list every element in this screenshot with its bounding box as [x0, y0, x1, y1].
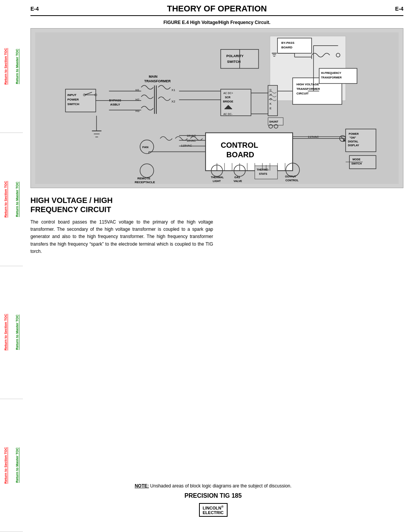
svg-text:CIRCUIT: CIRCUIT — [296, 92, 309, 95]
svg-text:BY-PASS: BY-PASS — [281, 41, 294, 45]
body-text: The control board passes the 115VAC volt… — [30, 219, 213, 255]
svg-text:SWITCH: SWITCH — [227, 60, 241, 64]
svg-text:VALVE: VALVE — [234, 180, 242, 182]
svg-text:ASBLY: ASBLY — [110, 103, 120, 106]
svg-text:AC  DC-: AC DC- — [223, 113, 233, 115]
svg-text:TRANSFORMER: TRANSFORMER — [296, 87, 320, 91]
svg-text:CONTROL: CONTROL — [285, 179, 299, 182]
svg-text:DISPLAY: DISPLAY — [348, 144, 359, 147]
svg-text:GAS: GAS — [234, 176, 240, 179]
svg-text:SCR: SCR — [225, 96, 231, 99]
page-header: E-4 THEORY OF OPERATION E-4 — [30, 4, 403, 16]
svg-text:THERMO-: THERMO- — [256, 168, 269, 171]
svg-text:REMOTE: REMOTE — [137, 177, 150, 180]
page-number-right: E-4 — [395, 6, 403, 12]
svg-text:SWITCH: SWITCH — [67, 102, 80, 106]
svg-text:MODE: MODE — [352, 158, 360, 161]
svg-text:AC  DC+: AC DC+ — [223, 92, 233, 94]
svg-text:POWER: POWER — [349, 133, 358, 135]
page-number-left: E-4 — [30, 6, 39, 12]
registered-symbol: ® — [221, 505, 223, 508]
svg-text:MAIN: MAIN — [149, 75, 158, 78]
figure-title: FIGURE E.4 High Voltage/High Frequency C… — [30, 20, 403, 25]
svg-text:E: E — [269, 107, 271, 110]
footer-area: NOTE: Unshaded areas of block logic diag… — [23, 476, 403, 517]
product-name: PRECISION TIG 185 — [23, 492, 403, 499]
svg-text:POLARITY: POLARITY — [226, 54, 244, 58]
svg-text:HIGH VOLTAGE: HIGH VOLTAGE — [296, 83, 319, 86]
logo-brand-name: LINCOLN — [203, 506, 221, 510]
svg-text:POWER: POWER — [67, 98, 79, 101]
svg-text:X2: X2 — [172, 100, 175, 103]
svg-text:RECEPTACLE: RECEPTACLE — [135, 181, 155, 184]
svg-text:K: K — [269, 102, 272, 105]
logo-company-name: ELECTRIC — [203, 510, 224, 515]
svg-text:THERMAL: THERMAL — [211, 176, 224, 179]
svg-text:BOARD: BOARD — [281, 46, 292, 49]
svg-text:TRANSFORMER: TRANSFORMER — [321, 76, 342, 79]
svg-text:BRIDGE: BRIDGE — [223, 100, 233, 103]
svg-text:TRANSFORMER: TRANSFORMER — [144, 79, 171, 83]
svg-text:INPUT: INPUT — [67, 93, 76, 97]
note-label: NOTE: — [135, 483, 149, 489]
footer-note: NOTE: Unshaded areas of block logic diag… — [23, 476, 403, 489]
svg-text:OUTPUT: OUTPUT — [285, 175, 296, 178]
svg-text:SWITCH: SWITCH — [351, 162, 362, 165]
svg-text:H: H — [269, 93, 272, 96]
diagram-svg: HIGH VOLTAGE TRANSFORMER CIRCUIT BY-PASS… — [35, 32, 399, 184]
lincoln-logo: LINCOLN® ELECTRIC — [199, 503, 228, 517]
svg-text:BOARD: BOARD — [226, 150, 254, 159]
page-title: THEORY OF OPERATION — [39, 4, 395, 14]
circuit-diagram: HIGH VOLTAGE TRANSFORMER CIRCUIT BY-PASS… — [30, 28, 403, 188]
section-heading: HIGH VOLTAGE / HIGH FREQUENCY CIRCUIT — [30, 196, 403, 214]
svg-text:X1: X1 — [172, 88, 175, 92]
svg-text:LIGHT: LIGHT — [213, 180, 221, 182]
note-text: Unshaded areas of block logic diagrams a… — [150, 483, 292, 489]
svg-text:HI-FREQUENCY: HI-FREQUENCY — [321, 72, 341, 75]
svg-text:CONTROL: CONTROL — [221, 141, 258, 149]
svg-text:STATS: STATS — [259, 173, 267, 175]
svg-text:SHUNT: SHUNT — [269, 120, 279, 123]
svg-text:"ON": "ON" — [349, 136, 356, 139]
svg-text:DIGITAL: DIGITAL — [348, 140, 358, 143]
svg-text:FAN: FAN — [142, 145, 148, 149]
